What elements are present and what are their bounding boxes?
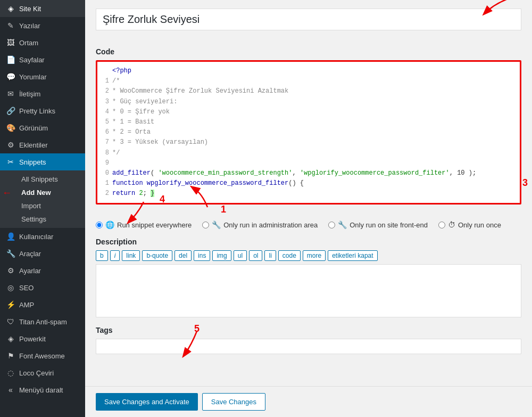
sidebar-item-label: SEO <box>19 284 34 292</box>
code-line: 7 * 3 = Yüksek (varsayılan) <box>102 137 516 148</box>
sidebar-item-ayarlar[interactable]: ⚙ Ayarlar <box>0 262 85 279</box>
submenu-add-new[interactable]: Add New ← <box>15 186 85 199</box>
sidebar-item-gorunum[interactable]: 🎨 Görünüm <box>0 119 85 136</box>
run-once-option[interactable]: ⏱ Only run once <box>438 220 501 229</box>
iletisim-icon: ✉ <box>6 89 15 98</box>
sidebar-item-label: Görünüm <box>19 124 48 132</box>
tags-label: Tags <box>96 326 521 334</box>
sidebar-item-label: Yorumlar <box>19 73 47 81</box>
sidebar: ◈ Site Kit ✎ Yazılar 🖼 Ortam 📄 Sayfalar … <box>0 0 85 417</box>
amp-icon: ⚡ <box>6 300 15 309</box>
sidebar-item-eklentiler[interactable]: ⚙ Eklentiler <box>0 136 85 153</box>
sidebar-item-label: İletişim <box>19 90 40 98</box>
sidebar-item-label: AMP <box>19 301 34 309</box>
footer-buttons: Save Changes and Activate Save Changes <box>85 386 532 417</box>
sidebar-item-loco-ceviri[interactable]: ◌ Loco Çeviri <box>0 364 85 381</box>
sidebar-item-label: Araçlar <box>19 250 41 258</box>
annotation-3: 3 <box>522 177 528 189</box>
submenu-settings[interactable]: Settings <box>15 212 85 226</box>
code-line: 4 * 0 = Şifre yok <box>102 107 516 117</box>
sidebar-item-label: Ayarlar <box>19 267 41 275</box>
clock-icon: ⏱ <box>448 220 455 229</box>
code-editor[interactable]: <?php 1 /* 2 * WooCommerce Şifre Zorluk … <box>97 62 520 203</box>
save-button[interactable]: Save Changes <box>202 393 265 411</box>
code-line: 5 * 1 = Basit <box>102 117 516 127</box>
code-line: <?php <box>102 66 516 76</box>
sidebar-item-kullanicilar[interactable]: 👤 Kullanıcılar <box>0 228 85 245</box>
toolbar-btn-bquote[interactable]: b-quote <box>142 250 172 261</box>
run-everywhere-option[interactable]: 🌐 Run snippet everywhere <box>96 220 192 229</box>
sidebar-item-pretty-links[interactable]: 🔗 Pretty Links <box>0 102 85 119</box>
sidebar-item-label: Menüyü daralt <box>19 386 63 394</box>
sidebar-item-sayfalar[interactable]: 📄 Sayfalar <box>0 51 85 68</box>
toolbar-btn-del[interactable]: del <box>174 250 192 261</box>
sidebar-item-label: Pretty Links <box>19 107 55 115</box>
sidebar-item-yorumlar[interactable]: 💬 Yorumlar <box>0 68 85 85</box>
description-section: Description b i link b-quote del ins img… <box>96 238 521 317</box>
submenu-all-snippets[interactable]: All Snippets <box>15 173 85 186</box>
sidebar-item-seo[interactable]: ◎ SEO <box>0 279 85 296</box>
sidebar-item-font-awesome[interactable]: ⚑ Font Awesome <box>0 347 85 364</box>
sidebar-item-label: Loco Çeviri <box>19 369 54 377</box>
sidebar-item-ortam[interactable]: 🖼 Ortam <box>0 34 85 51</box>
run-everywhere-radio[interactable] <box>96 222 103 228</box>
description-toolbar: b i link b-quote del ins img ul ol li co… <box>96 250 521 261</box>
tags-section: Tags 5 <box>96 326 521 363</box>
powerkit-icon: ◈ <box>6 334 15 343</box>
sidebar-item-powerkit[interactable]: ◈ Powerkit <box>0 330 85 347</box>
save-activate-button[interactable]: Save Changes and Activate <box>96 393 198 411</box>
run-frontend-option[interactable]: 🔧 Only run on site front-end <box>328 220 428 229</box>
toolbar-btn-i[interactable]: i <box>110 250 120 261</box>
snippets-submenu: All Snippets Add New ← Import Settings <box>0 170 85 228</box>
sidebar-item-amp[interactable]: ⚡ AMP <box>0 296 85 313</box>
run-once-radio[interactable] <box>438 222 445 228</box>
code-line: 2 return 2; } <box>102 189 516 199</box>
code-line: 1 /* <box>102 76 516 86</box>
sidebar-item-label: Snippets <box>19 158 46 166</box>
toolbar-btn-ol[interactable]: ol <box>249 250 262 261</box>
code-editor-wrapper: <?php 1 /* 2 * WooCommerce Şifre Zorluk … <box>96 60 521 205</box>
yorumlar-icon: 💬 <box>6 72 15 81</box>
yazilar-icon: ✎ <box>6 21 15 30</box>
toolbar-btn-li[interactable]: li <box>264 250 276 261</box>
run-frontend-radio[interactable] <box>328 222 335 228</box>
toolbar-btn-img[interactable]: img <box>212 250 231 261</box>
run-admin-option[interactable]: 🔧 Only run in administration area <box>202 220 318 229</box>
sidebar-item-menuyu-daralt[interactable]: « Menüyü daralt <box>0 381 85 398</box>
sidebar-item-araclar[interactable]: 🔧 Araçlar <box>0 245 85 262</box>
run-options: 🌐 Run snippet everywhere 🔧 Only run in a… <box>96 220 521 229</box>
toolbar-btn-ins[interactable]: ins <box>194 250 210 261</box>
sidebar-item-site-kit[interactable]: ◈ Site Kit <box>0 0 85 17</box>
submenu-import[interactable]: Import <box>15 199 85 212</box>
toolbar-btn-code[interactable]: code <box>278 250 301 261</box>
description-editor[interactable] <box>96 264 521 317</box>
sidebar-item-label: Ortam <box>19 39 38 47</box>
snippets-icon: ✂ <box>6 158 15 166</box>
sidebar-item-label: Yazılar <box>19 22 40 30</box>
ortam-icon: 🖼 <box>6 38 15 47</box>
toolbar-btn-link[interactable]: link <box>122 250 140 261</box>
gorunum-icon: 🎨 <box>6 124 15 132</box>
sidebar-item-titan[interactable]: 🛡 Titan Anti-spam <box>0 313 85 330</box>
pretty-links-icon: 🔗 <box>6 107 15 115</box>
title-wrapper: 2 <box>96 9 521 39</box>
code-line: 6 * 2 = Orta <box>102 127 516 137</box>
sidebar-item-yazilar[interactable]: ✎ Yazılar <box>0 17 85 34</box>
kullanicilar-icon: 👤 <box>6 232 15 241</box>
code-line: 8 */ <box>102 148 516 158</box>
sidebar-item-snippets[interactable]: ✂ Snippets <box>0 153 85 170</box>
seo-icon: ◎ <box>6 283 15 292</box>
sidebar-item-iletisim[interactable]: ✉ İletişim <box>0 85 85 102</box>
run-admin-radio[interactable] <box>202 222 209 228</box>
code-line: 9 <box>102 158 516 168</box>
tags-input[interactable] <box>96 339 521 354</box>
snippet-title-input[interactable] <box>96 9 521 30</box>
sidebar-item-label: Eklentiler <box>19 141 47 149</box>
toolbar-btn-more[interactable]: more <box>303 250 326 261</box>
toolbar-btn-ul[interactable]: ul <box>234 250 247 261</box>
toolbar-btn-etiketleri[interactable]: etiketleri kapat <box>328 250 377 261</box>
globe-icon: 🌐 <box>105 220 114 229</box>
sidebar-item-label: Kullanıcılar <box>19 233 53 241</box>
toolbar-btn-b[interactable]: b <box>96 250 108 261</box>
run-frontend-label: Only run on site front-end <box>350 221 428 229</box>
